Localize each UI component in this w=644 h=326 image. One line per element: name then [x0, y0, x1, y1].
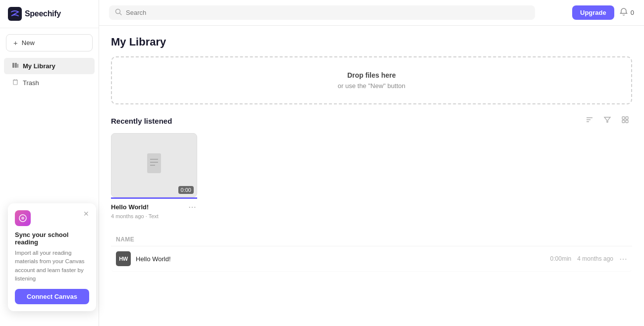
library-icon [12, 62, 19, 70]
svg-rect-18 [147, 153, 161, 173]
popup-description: Import all your reading materials from y… [15, 249, 89, 283]
sidebar-item-label: Trash [23, 79, 39, 87]
sidebar-nav: My Library Trash [0, 55, 99, 93]
recently-listened-header: Recently listened [111, 114, 632, 127]
search-bar[interactable] [109, 5, 535, 20]
row-icon: HW [116, 251, 131, 266]
svg-rect-16 [622, 120, 625, 123]
svg-rect-3 [17, 64, 18, 68]
toolbar-icons [583, 114, 632, 127]
table-header: Name [111, 233, 632, 246]
cards-row: 0:00 Hello World! ⋯ 4 months ago · Text [111, 133, 632, 219]
card-meta: 4 months ago · Text [111, 213, 197, 219]
new-button-label: New [22, 39, 35, 47]
svg-line-9 [120, 13, 122, 15]
table-section: Name HW Hello World! 0:00min 4 months ag… [111, 233, 632, 272]
svg-marker-13 [604, 117, 610, 122]
card-hello-world[interactable]: 0:00 Hello World! ⋯ 4 months ago · Text [111, 133, 197, 219]
sidebar-item-my-library[interactable]: My Library [4, 58, 95, 74]
upgrade-button[interactable]: Upgrade [572, 5, 614, 20]
search-input[interactable] [126, 9, 529, 16]
row-duration: 0:00min [550, 255, 572, 262]
drop-zone-subtitle: or use the "New" button [338, 82, 405, 90]
main-area: Upgrade 0 My Library Drop files here or … [99, 0, 644, 326]
page-title: My Library [111, 36, 632, 48]
popup-header: ✕ [15, 210, 89, 226]
svg-rect-15 [626, 117, 628, 119]
row-more-button[interactable]: ⋯ [619, 254, 627, 264]
speechify-logo-icon [8, 7, 22, 21]
sort-button[interactable] [583, 114, 596, 127]
sidebar-item-label: My Library [23, 62, 55, 70]
svg-rect-2 [15, 63, 17, 68]
card-duration-badge: 0:00 [178, 186, 194, 194]
card-age: 4 months ago [111, 213, 144, 219]
plus-icon: + [13, 39, 18, 47]
popup-title: Sync your school reading [15, 231, 89, 246]
bell-icon [619, 7, 628, 18]
table-row[interactable]: HW Hello World! 0:00min 4 months ago ⋯ [111, 246, 632, 272]
svg-rect-1 [12, 63, 14, 68]
logo: Speechify [0, 0, 99, 28]
logo-text: Speechify [25, 9, 61, 18]
main-content: My Library Drop files here or use the "N… [99, 26, 644, 326]
svg-rect-4 [13, 80, 17, 85]
row-name: Hello World! [136, 255, 550, 263]
card-title-text: Hello World! [111, 203, 149, 211]
search-icon [115, 8, 122, 17]
drop-zone-title: Drop files here [347, 71, 396, 79]
canvas-sync-popup: ✕ Sync your school reading Import all yo… [8, 203, 96, 311]
recently-listened-title: Recently listened [111, 117, 172, 125]
canvas-icon [15, 210, 31, 226]
card-more-button[interactable]: ⋯ [187, 202, 197, 212]
card-progress-bar [111, 197, 197, 199]
connect-canvas-button[interactable]: Connect Canvas [15, 289, 89, 304]
svg-point-23 [21, 217, 24, 220]
document-icon [144, 152, 164, 179]
new-button[interactable]: + New [6, 34, 93, 51]
card-title: Hello World! ⋯ [111, 202, 197, 212]
row-age: 4 months ago [577, 255, 613, 262]
popup-close-button[interactable]: ✕ [83, 210, 89, 217]
svg-rect-14 [622, 117, 625, 119]
grid-view-button[interactable] [618, 114, 632, 127]
top-header: Upgrade 0 [99, 0, 644, 26]
notification-badge[interactable]: 0 [619, 7, 634, 18]
notification-count: 0 [631, 9, 634, 16]
trash-icon [12, 79, 19, 87]
card-type: Text [149, 213, 159, 219]
header-right: Upgrade 0 [572, 5, 634, 20]
card-thumbnail: 0:00 [111, 133, 197, 197]
col-name-header: Name [116, 236, 627, 243]
filter-button[interactable] [600, 114, 614, 127]
sidebar-item-trash[interactable]: Trash [4, 75, 95, 91]
svg-rect-17 [626, 120, 628, 123]
drop-zone[interactable]: Drop files here or use the "New" button [111, 56, 632, 104]
